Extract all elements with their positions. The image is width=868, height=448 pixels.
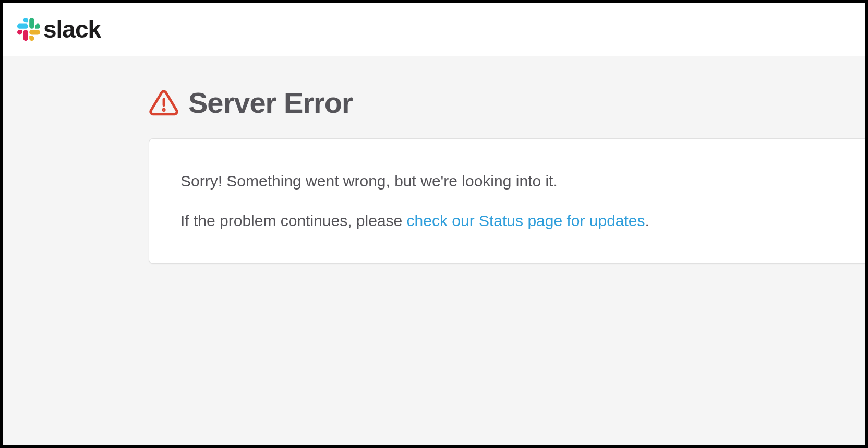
slack-logo-icon (17, 18, 40, 41)
error-content-area: Server Error Sorry! Something went wrong… (3, 56, 865, 447)
error-message-line2-prefix: If the problem continues, please (180, 212, 407, 229)
svg-point-1 (163, 109, 164, 110)
error-message-line2-suffix: . (645, 212, 649, 229)
status-page-link[interactable]: check our Status page for updates (407, 212, 645, 229)
page-header: slack (3, 3, 865, 56)
slack-logo-text: slack (43, 15, 101, 43)
error-title: Server Error (188, 86, 353, 120)
warning-icon (149, 88, 179, 118)
error-message-line2: If the problem continues, please check o… (180, 210, 837, 232)
error-heading: Server Error (149, 86, 865, 120)
error-message-line1: Sorry! Something went wrong, but we're l… (180, 170, 837, 192)
error-message-card: Sorry! Something went wrong, but we're l… (149, 138, 868, 264)
slack-logo[interactable]: slack (17, 15, 101, 43)
